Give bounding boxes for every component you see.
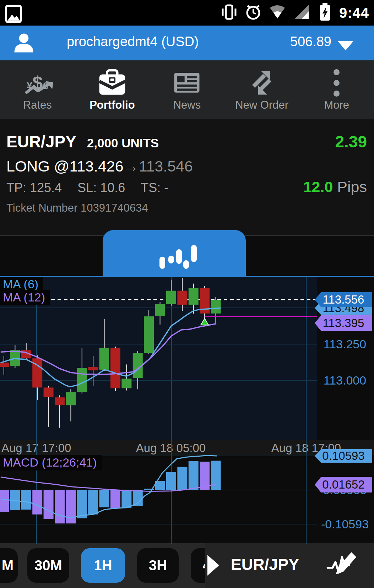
tab-new-order-label: New Order [235, 99, 288, 111]
position-instrument: EUR/JPY [6, 132, 76, 151]
account-dropdown-caret-icon[interactable] [338, 41, 353, 50]
take-profit-value: TP: 125.4 [6, 180, 62, 195]
more-ellipsis-icon [334, 69, 340, 97]
tab-new-order[interactable]: New Order [224, 60, 299, 119]
position-units: 2,000 UNITS [87, 136, 159, 150]
timeframe-1h-button[interactable]: 1H [81, 548, 125, 583]
pips-unit: Pips [337, 178, 367, 195]
position-profit: 2.39 [335, 132, 367, 151]
new-order-arrows-icon [249, 69, 275, 97]
macd-bottom-label: -0.10593 [317, 517, 373, 531]
main-nav: ¥$€ Rates Portfolio [0, 60, 374, 119]
timeframe-strip[interactable]: M 30M 1H 3H 4H [0, 543, 205, 588]
chart-instrument-selector[interactable]: EUR/JPY [227, 555, 303, 574]
macd-legend: MACD (12;26;41) [0, 455, 102, 470]
wifi-icon [268, 3, 287, 23]
pips-value: 12.0 [303, 178, 333, 195]
position-open-price: LONG @113.426 [6, 158, 124, 175]
timeframe-4h-button[interactable]: 4H [191, 548, 205, 583]
chart-toolbar: M 30M 1H 3H 4H EUR/JPY [0, 543, 374, 588]
news-icon [173, 69, 200, 97]
trading-app-screen: 9:44 prochargedmt4 (USD) 506.89 ¥$€ Rate… [0, 0, 374, 588]
status-time: 9:44 [339, 5, 369, 21]
macd-badge-signal: 0.01652 [315, 477, 372, 492]
chart-top-accent-line [0, 276, 374, 277]
tab-rates-label: Rates [23, 99, 52, 111]
chart-panel: Aug 17 17:00 Aug 18 05:00 Aug 18 17:00 M… [0, 235, 374, 543]
position-pips: 12.0 Pips [303, 178, 367, 196]
rates-icon: ¥$€ [27, 69, 48, 97]
account-avatar-icon[interactable] [13, 32, 35, 55]
price-badge-last: 113.556 [315, 292, 372, 307]
tab-more-label: More [324, 99, 349, 111]
tab-news-label: News [173, 99, 201, 111]
trailing-stop-value: TS: - [141, 180, 168, 195]
ma12-legend: MA (12) [0, 290, 50, 305]
status-icons: 9:44 [220, 0, 369, 26]
position-prices-row: LONG @113.426→113.546 [6, 158, 193, 175]
account-name[interactable]: prochargedmt4 (USD) [67, 34, 199, 49]
ticket-number: Ticket Number 10391740634 [6, 202, 148, 214]
status-bar: 9:44 [0, 0, 374, 26]
tab-more[interactable]: More [299, 60, 374, 119]
stop-loss-value: SL: 10.6 [77, 180, 125, 195]
tab-portfolio[interactable]: Portfolio [75, 60, 150, 119]
position-header-row: EUR/JPY 2,000 UNITS [6, 132, 159, 151]
signal-icon [292, 3, 311, 23]
portfolio-briefcase-icon [97, 69, 127, 97]
vibrate-icon [220, 3, 238, 23]
screenshot-notification-icon [4, 4, 23, 24]
chart-pull-handle[interactable] [103, 230, 246, 276]
price-badge-ma12: 113.395 [315, 315, 372, 331]
expand-timeframes-arrow-icon[interactable] [207, 555, 219, 576]
candlestick-chart-icon [159, 245, 199, 270]
position-orders-row: TP: 125.4SL: 10.6TS: - [6, 180, 184, 195]
timeframe-30m-button[interactable]: 30M [27, 548, 69, 583]
alarm-clock-icon [244, 3, 262, 23]
position-current-price: →113.546 [124, 158, 193, 175]
timeframe-m-button[interactable]: M [0, 548, 18, 583]
tab-portfolio-label: Portfolio [90, 99, 135, 111]
tab-rates[interactable]: ¥$€ Rates [0, 60, 75, 119]
account-balance[interactable]: 506.89 [290, 34, 331, 49]
open-position-card[interactable]: EUR/JPY 2,000 UNITS 2.39 LONG @113.426→1… [0, 119, 374, 235]
candlestick-macd-chart[interactable] [0, 276, 374, 544]
timeframe-3h-button[interactable]: 3H [137, 548, 179, 583]
app-header: prochargedmt4 (USD) 506.89 [0, 26, 374, 60]
tab-news[interactable]: News [150, 60, 224, 119]
chart-edit-icon[interactable] [326, 550, 359, 582]
battery-charging-icon [316, 2, 334, 23]
macd-badge-top: 0.10593 [315, 449, 372, 463]
